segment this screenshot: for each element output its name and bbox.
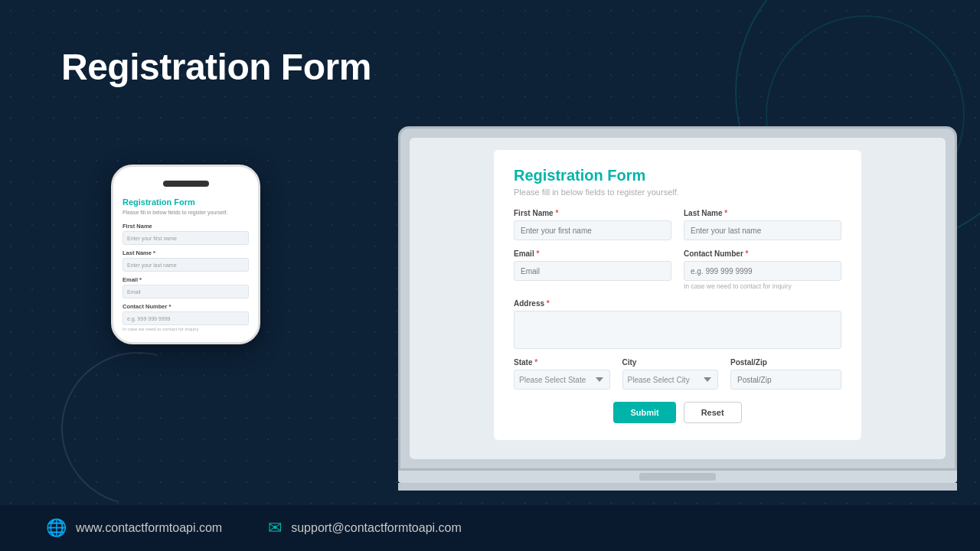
- form-group-email: Email *: [514, 249, 671, 290]
- phone-last-name-label: Last Name *: [122, 249, 249, 256]
- footer-email: ✉ support@contactformtoapi.com: [268, 518, 462, 538]
- phone-form-subtitle: Please fill in below fields to register …: [122, 209, 249, 217]
- form-group-first-name: First Name *: [514, 209, 671, 240]
- email-icon: ✉: [268, 518, 282, 538]
- contact-label: Contact Number *: [684, 249, 841, 258]
- city-select[interactable]: Please Select City: [622, 370, 719, 390]
- form-group-address: Address *: [514, 299, 841, 349]
- first-name-input[interactable]: [514, 220, 671, 240]
- submit-button[interactable]: Submit: [613, 402, 675, 423]
- footer-email-text: support@contactformtoapi.com: [291, 521, 462, 535]
- phone-mockup: Registration Form Please fill in below f…: [111, 165, 260, 344]
- phone-contact-helper: In case we need to contact for inquiry: [122, 327, 249, 331]
- first-name-label: First Name *: [514, 209, 671, 217]
- page-title: Registration Form: [61, 46, 371, 88]
- phone-first-name-label: First Name: [122, 223, 249, 230]
- postal-input[interactable]: [730, 370, 841, 390]
- phone-last-name-input[interactable]: Enter your last name: [122, 258, 249, 272]
- address-label: Address *: [514, 299, 841, 308]
- reset-button[interactable]: Reset: [684, 402, 742, 423]
- city-label: City: [622, 358, 719, 367]
- footer: 🌐 www.contactformtoapi.com ✉ support@con…: [0, 505, 980, 551]
- phone-email-input[interactable]: Email: [122, 285, 249, 298]
- state-select[interactable]: Please Select State: [514, 370, 610, 390]
- form-row-location: State * Please Select State City Please …: [514, 358, 841, 390]
- desktop-form-title: Registration Form: [514, 167, 841, 184]
- form-group-contact: Contact Number * In case we need to cont…: [684, 249, 841, 290]
- state-label: State *: [514, 358, 610, 367]
- form-group-last-name: Last Name *: [684, 209, 841, 240]
- last-name-label: Last Name *: [684, 209, 841, 217]
- form-row-address: Address *: [514, 299, 841, 349]
- postal-label: Postal/Zip: [730, 358, 841, 367]
- phone-contact-input[interactable]: e.g. 999 999 9999: [122, 311, 249, 325]
- contact-helper: In case we need to contact for inquiry: [684, 282, 841, 290]
- phone-notch: [163, 181, 209, 187]
- laptop-screen: Registration Form Please fill in below f…: [398, 126, 957, 471]
- form-actions: Submit Reset: [514, 402, 841, 423]
- phone-contact-label: Contact Number *: [122, 303, 249, 310]
- form-row-name: First Name * Last Name *: [514, 209, 841, 240]
- laptop-mockup: Registration Form Please fill in below f…: [398, 126, 957, 491]
- form-row-email-contact: Email * Contact Number * In case we need…: [514, 249, 841, 290]
- footer-website-text: www.contactformtoapi.com: [76, 521, 222, 535]
- laptop-stand: [398, 483, 957, 491]
- last-name-input[interactable]: [684, 220, 841, 240]
- address-textarea[interactable]: [514, 311, 841, 349]
- laptop-screen-inner: Registration Form Please fill in below f…: [410, 138, 946, 459]
- form-group-city: City Please Select City: [622, 358, 719, 390]
- desktop-form-container: Registration Form Please fill in below f…: [494, 150, 861, 440]
- form-group-state: State * Please Select State: [514, 358, 610, 390]
- phone-email-label: Email *: [122, 276, 249, 283]
- phone-form-title: Registration Form: [122, 197, 249, 207]
- laptop-base: [398, 471, 957, 483]
- contact-input[interactable]: [684, 261, 841, 281]
- deco-arc: [33, 324, 242, 533]
- globe-icon: 🌐: [46, 518, 67, 538]
- laptop-trackpad: [639, 473, 716, 481]
- form-group-postal: Postal/Zip: [730, 358, 841, 390]
- footer-website: 🌐 www.contactformtoapi.com: [46, 518, 222, 538]
- phone-first-name-input[interactable]: Enter your first name: [122, 231, 249, 245]
- email-input[interactable]: [514, 261, 671, 281]
- desktop-form-subtitle: Please fill in below fields to register …: [514, 187, 841, 197]
- email-label: Email *: [514, 249, 671, 258]
